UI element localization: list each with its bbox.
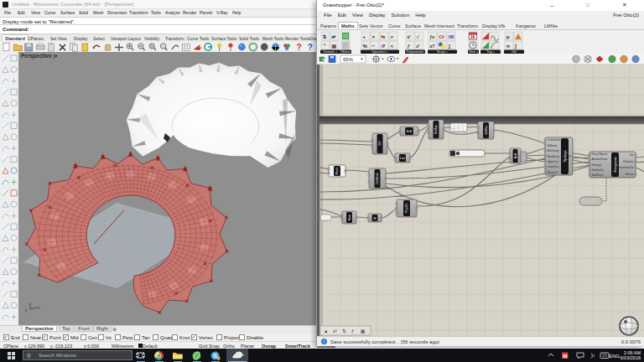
svg-text:ƒ: ƒ [351, 328, 354, 334]
svg-text:AnchorPoints: AnchorPoints [592, 158, 608, 161]
svg-text:x?: x? [430, 44, 435, 49]
svg-text:RestScale: RestScale [548, 155, 560, 158]
svg-text:C#: C# [439, 34, 445, 39]
svg-text:?: ? [296, 43, 301, 52]
svg-text:DeMesh: DeMesh [376, 173, 379, 184]
svg-text:∫: ∫ [515, 44, 517, 49]
svg-text:φ: φ [506, 34, 511, 39]
svg-text:ReMap: ReMap [434, 125, 438, 135]
svg-text:RestLong: RestLong [548, 149, 559, 153]
svg-text:↺: ↺ [382, 44, 386, 49]
svg-text:⇆: ⇆ [381, 34, 386, 39]
svg-text:Particles: Particles [623, 160, 634, 163]
svg-text:VB: VB [449, 34, 454, 39]
svg-text:UpperCut: UpperCut [548, 160, 559, 163]
svg-text:65%: 65% [343, 57, 354, 62]
svg-text:B-B: B-B [407, 130, 413, 133]
svg-text:SimReset: SimReset [592, 173, 604, 177]
svg-text:Forces: Forces [626, 173, 634, 176]
svg-text:LowerCut: LowerCut [548, 165, 559, 168]
svg-text:<: < [391, 44, 394, 49]
svg-text:Connection: Connection [548, 138, 561, 142]
svg-text:AvB: AvB [514, 153, 517, 158]
svg-text:π: π [506, 44, 511, 49]
svg-text:×: × [372, 34, 376, 39]
svg-text:⌃: ⌃ [323, 44, 327, 49]
svg-text:Srf: Srf [378, 142, 382, 146]
svg-text:x²: x² [333, 328, 337, 334]
svg-text:ForceObjects: ForceObjects [592, 153, 608, 156]
svg-text:∑: ∑ [449, 44, 452, 49]
svg-text:+ - ÷: + - ÷ [452, 126, 460, 130]
svg-text:⇅: ⇅ [342, 328, 346, 334]
svg-text:Mesh: Mesh [335, 168, 339, 175]
svg-text:M: M [564, 354, 568, 359]
svg-text:⇅: ⇅ [323, 34, 327, 39]
svg-text:Pop2D: Pop2D [405, 204, 408, 213]
svg-text:▤: ▤ [332, 44, 337, 49]
svg-text:z²: z² [417, 44, 421, 49]
svg-text:>: > [391, 34, 394, 39]
svg-text:▲: ▲ [324, 328, 328, 334]
svg-text:Masses?: Masses? [548, 171, 558, 174]
svg-text:?: ? [308, 43, 313, 52]
svg-text:S: S [569, 155, 570, 158]
svg-text:▦: ▦ [361, 328, 365, 334]
svg-text:Geometry: Geometry [592, 168, 604, 172]
svg-text:Stiffness: Stiffness [548, 144, 558, 147]
svg-text:+: + [363, 34, 366, 39]
svg-text:ENG: ENG [609, 354, 620, 359]
svg-text:N: N [374, 216, 377, 220]
svg-text:⇄: ⇄ [331, 34, 336, 39]
svg-text:16: 16 [470, 35, 475, 39]
svg-text:ƒx: ƒx [430, 34, 435, 39]
svg-text:Springs: Springs [563, 150, 567, 162]
svg-text:SbMat: SbMat [485, 126, 488, 134]
svg-text:Len: Len [400, 157, 405, 160]
svg-text:GeometryOut: GeometryOut [617, 166, 633, 169]
svg-text:Kangaroo: Kangaroo [613, 157, 617, 173]
svg-text:Num: Num [348, 215, 351, 221]
svg-text:−: − [372, 44, 376, 49]
svg-text:%: % [363, 44, 368, 49]
svg-text:x²: x² [408, 34, 412, 39]
svg-text:Settings: Settings [592, 163, 602, 167]
